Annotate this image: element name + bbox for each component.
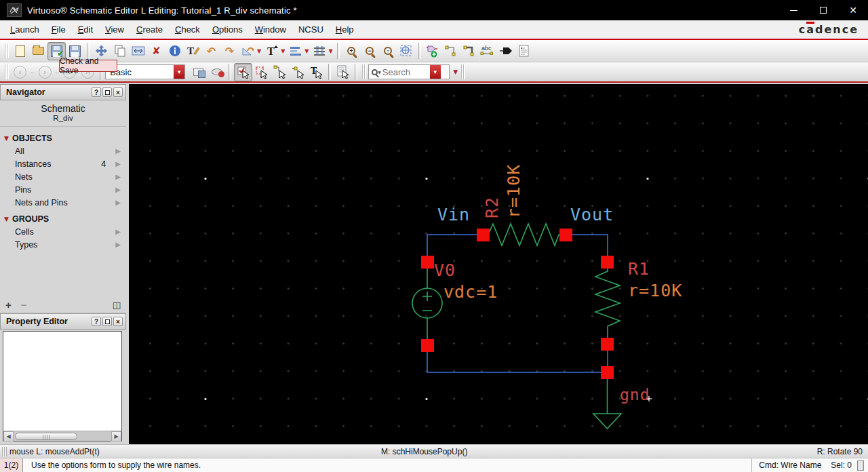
menu-ncsu[interactable]: NCSU	[292, 22, 330, 37]
search-go-button[interactable]: ▼	[430, 65, 441, 79]
navigator-item-instances[interactable]: Instances 4 ▶	[0, 157, 126, 170]
search-scope-dropdown[interactable]: ▼	[378, 70, 381, 75]
instance-label-r1[interactable]: R1	[628, 259, 650, 279]
search-options-dropdown[interactable]: ▼	[453, 68, 458, 75]
minimize-button[interactable]	[778, 0, 808, 20]
open-button[interactable]	[29, 42, 47, 60]
redo-button[interactable]: ↷	[220, 42, 239, 60]
param-label-r2[interactable]: r=10K	[504, 164, 524, 218]
zoom-in-button[interactable]: +	[342, 42, 361, 60]
hide-toolbar-button[interactable]	[208, 63, 226, 81]
align-dropdown[interactable]: ▼	[304, 48, 309, 54]
select-full-button[interactable]	[234, 63, 252, 81]
navigator-item-nets[interactable]: Nets▶	[0, 170, 126, 183]
wire-net-gnd-bottom[interactable]	[427, 346, 608, 372]
create-instance-button[interactable]	[424, 42, 442, 60]
toolbar-grip[interactable]	[5, 43, 9, 58]
resize-grip-icon[interactable]	[857, 460, 864, 471]
new-file-button[interactable]	[11, 42, 29, 60]
create-wide-wire-button[interactable]	[460, 42, 479, 60]
expand-arrow-icon[interactable]: ▶	[115, 173, 121, 180]
select-partial-button[interactable]	[252, 63, 271, 81]
resistor-r1-symbol[interactable]	[595, 262, 620, 338]
menu-view[interactable]: View	[99, 22, 130, 37]
maximize-button[interactable]	[808, 0, 838, 20]
panel-layout-icon[interactable]: ◫	[113, 300, 121, 310]
create-pin-button[interactable]	[497, 42, 515, 60]
options-form-button[interactable]	[334, 63, 352, 81]
create-note-button[interactable]	[515, 42, 534, 60]
menu-help[interactable]: Help	[330, 22, 360, 37]
menu-edit[interactable]: Edit	[72, 22, 99, 37]
create-wire-button[interactable]	[442, 42, 460, 60]
workspace-combo-arrow[interactable]: ▼	[174, 65, 184, 79]
navigator-item-types[interactable]: Types▶	[0, 238, 126, 251]
navigator-header[interactable]: Navigator ? ×	[0, 84, 126, 100]
select-pin-button[interactable]	[289, 63, 307, 81]
navigator-section-objects[interactable]: ▼ OBJECTS	[0, 132, 126, 144]
float-panel-icon[interactable]	[102, 317, 112, 326]
add-filter-button[interactable]: +	[5, 299, 12, 311]
navigator-item-pins[interactable]: Pins▶	[0, 183, 126, 196]
pin-square-gnd[interactable]	[601, 366, 614, 379]
delete-button[interactable]: ✘	[147, 42, 165, 60]
menu-create[interactable]: Create	[130, 22, 169, 37]
add-text-button[interactable]: T	[262, 42, 281, 60]
distribute-button[interactable]	[310, 42, 328, 60]
select-net-button[interactable]	[271, 63, 289, 81]
help-icon[interactable]: ?	[92, 87, 101, 97]
pin-square-vin[interactable]	[477, 229, 490, 241]
navigator-section-groups[interactable]: ▼ GROUPS	[0, 213, 126, 225]
pin-square-v0-minus[interactable]	[421, 339, 434, 352]
nav-back-dropdown[interactable]: –	[31, 68, 35, 76]
wire-net-vin[interactable]	[427, 235, 483, 262]
expand-arrow-icon[interactable]: ▶	[115, 241, 121, 248]
scroll-left-icon[interactable]: ◀	[3, 431, 14, 441]
close-button[interactable]: ✕	[838, 0, 868, 20]
zoom-out-button[interactable]: −	[361, 42, 379, 60]
expand-arrow-icon[interactable]: ▶	[115, 147, 121, 155]
property-editor-header[interactable]: Property Editor ? ×	[0, 313, 126, 330]
rotate-button[interactable]	[239, 42, 257, 60]
stretch-button[interactable]	[129, 42, 147, 60]
zoom-to-selected-button[interactable]	[397, 42, 416, 60]
help-icon[interactable]: ?	[92, 317, 101, 326]
edit-labels-button[interactable]: T	[184, 42, 202, 60]
properties-button[interactable]	[165, 42, 184, 60]
param-label-r1[interactable]: r=10K	[628, 281, 682, 300]
close-panel-icon[interactable]: ×	[113, 87, 123, 97]
toolbar-grip[interactable]	[362, 64, 366, 79]
schematic-canvas[interactable]: Vin Vout R2 r=10K V0 vdc=1 R1 r=10K gnd	[129, 84, 868, 444]
search-box[interactable]: ▼ ▼	[368, 64, 450, 79]
undo-button[interactable]: ↶	[202, 42, 220, 60]
navigator-item-cells[interactable]: Cells▶	[0, 225, 126, 238]
save-workspace-button[interactable]	[189, 63, 208, 81]
expand-arrow-icon[interactable]: ▶	[115, 160, 121, 168]
toolbar-grip[interactable]	[5, 64, 9, 79]
zoom-to-fit-button[interactable]: ▫	[379, 42, 397, 60]
instance-label-r2[interactable]: R2	[482, 197, 502, 218]
menu-window[interactable]: Window	[249, 22, 292, 37]
param-label-v0[interactable]: vdc=1	[443, 282, 498, 302]
pin-square-vout[interactable]	[559, 229, 572, 241]
close-panel-icon[interactable]: ×	[113, 317, 123, 326]
toolbar-grip[interactable]	[461, 64, 465, 79]
nav-back-button[interactable]: ‹	[11, 63, 29, 81]
resistor-r2-symbol[interactable]	[483, 224, 566, 245]
menu-launch[interactable]: Launch	[4, 22, 45, 37]
rotate-dropdown[interactable]: ▼	[257, 48, 261, 54]
net-label-vout[interactable]: Vout	[570, 205, 614, 224]
search-input[interactable]	[382, 67, 430, 77]
expand-arrow-icon[interactable]: ▶	[115, 186, 121, 193]
distribute-dropdown[interactable]: ▼	[328, 48, 332, 54]
menu-check[interactable]: Check	[169, 22, 206, 37]
scroll-right-icon[interactable]: ▶	[111, 431, 121, 441]
menu-options[interactable]: Options	[206, 22, 249, 37]
expand-arrow-icon[interactable]: ▶	[115, 199, 121, 206]
message-count-badge[interactable]: 1(2)	[0, 458, 23, 472]
pin-square-v0-plus[interactable]	[421, 256, 434, 269]
scrollbar-thumb[interactable]	[15, 433, 77, 440]
float-panel-icon[interactable]	[102, 87, 112, 97]
property-editor-hscrollbar[interactable]: ◀ ▶	[3, 431, 121, 441]
pin-square-r1-top[interactable]	[601, 256, 614, 269]
